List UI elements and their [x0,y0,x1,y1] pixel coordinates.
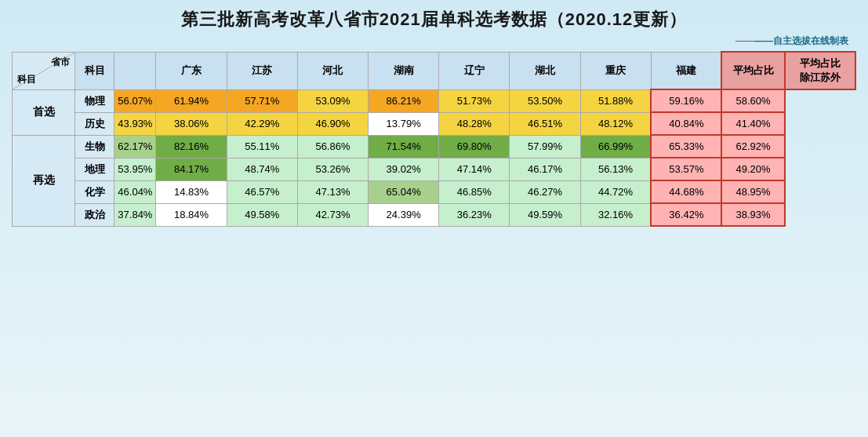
avg1-cell: 59.16% [651,89,721,112]
avg2-header: 平均占比除江苏外 [785,52,855,89]
province-guangdong: 广东 [156,52,227,89]
category-cell-0: 首选 [13,89,75,135]
avg2-cell: 49.20% [721,158,784,180]
diagonal-bottom: 科目 [17,73,36,86]
value-cell: 62.17% [114,135,156,158]
value-cell: 53.95% [114,158,156,180]
avg1-cell: 44.68% [651,180,721,203]
category-header: 科目 [75,52,114,89]
value-cell: 46.85% [439,180,510,203]
value-cell: 86.21% [369,89,439,112]
value-cell: 61.94% [156,89,227,112]
value-cell: 46.27% [510,180,580,203]
province-chongqing: 重庆 [580,52,651,89]
subject-cell: 物理 [75,89,114,112]
avg2-cell: 41.40% [721,112,784,135]
page-title: 第三批新高考改革八省市2021届单科选考数据（2020.12更新） [181,8,687,31]
province-liaoning: 辽宁 [439,52,510,89]
avg2-cell: 58.60% [721,89,784,112]
value-cell: 37.84% [114,203,156,226]
value-cell: 65.04% [369,180,439,203]
table-row: 再选生物62.17%82.16%55.11%56.86%71.54%69.80%… [13,135,856,158]
table-row: 首选物理56.07%61.94%57.71%53.09%86.21%51.73%… [13,89,856,112]
value-cell: 14.83% [156,180,227,203]
value-cell: 53.09% [297,89,368,112]
subtitle: ————自主选拔在线制表 [735,35,848,48]
value-cell: 18.84% [156,203,227,226]
value-cell: 24.39% [369,203,439,226]
value-cell: 69.80% [439,135,510,158]
avg1-cell: 53.57% [651,158,721,180]
subject-cell: 化学 [75,180,114,203]
table-row: 化学46.04%14.83%46.57%47.13%65.04%46.85%46… [13,180,856,203]
value-cell: 49.59% [510,203,580,226]
province-hubei: 湖北 [510,52,580,89]
table-row: 地理53.95%84.17%48.74%53.26%39.02%47.14%46… [13,158,856,180]
avg1-cell: 65.33% [651,135,721,158]
value-cell: 57.99% [510,135,580,158]
value-cell: 49.58% [227,203,297,226]
value-cell: 71.54% [369,135,439,158]
province-hunan: 湖南 [369,52,439,89]
value-cell: 48.74% [227,158,297,180]
value-cell: 51.88% [580,89,651,112]
avg1-cell: 36.42% [651,203,721,226]
table-row: 历史43.93%38.06%42.29%46.90%13.79%48.28%46… [13,112,856,135]
value-cell: 44.72% [580,180,651,203]
avg2-cell: 62.92% [721,135,784,158]
value-cell: 56.13% [580,158,651,180]
value-cell: 42.73% [297,203,368,226]
province-jiangsu: 江苏 [227,52,297,89]
value-cell: 46.51% [510,112,580,135]
subject-cell: 生物 [75,135,114,158]
value-cell: 46.90% [297,112,368,135]
value-cell: 32.16% [580,203,651,226]
value-cell: 36.23% [439,203,510,226]
avg1-cell: 40.84% [651,112,721,135]
subject-header [114,52,156,89]
value-cell: 53.26% [297,158,368,180]
value-cell: 66.99% [580,135,651,158]
province-hebei: 河北 [297,52,368,89]
main-container: 第三批新高考改革八省市2021届单科选考数据（2020.12更新） ————自主… [0,0,868,437]
value-cell: 39.02% [369,158,439,180]
subject-cell: 地理 [75,158,114,180]
avg2-cell: 48.95% [721,180,784,203]
value-cell: 46.04% [114,180,156,203]
value-cell: 38.06% [156,112,227,135]
value-cell: 46.17% [510,158,580,180]
subject-cell: 政治 [75,203,114,226]
table-row: 政治37.84%18.84%49.58%42.73%24.39%36.23%49… [13,203,856,226]
value-cell: 46.57% [227,180,297,203]
data-table: 省市 科目 科目 广东 江苏 河北 湖南 辽宁 湖北 重庆 福建 平均占比 平均… [12,51,856,227]
category-cell-1: 再选 [13,135,75,226]
diagonal-header: 省市 科目 [13,52,75,89]
value-cell: 42.29% [227,112,297,135]
value-cell: 13.79% [369,112,439,135]
value-cell: 48.28% [439,112,510,135]
value-cell: 82.16% [156,135,227,158]
value-cell: 57.71% [227,89,297,112]
value-cell: 43.93% [114,112,156,135]
value-cell: 51.73% [439,89,510,112]
value-cell: 48.12% [580,112,651,135]
avg2-cell: 38.93% [721,203,784,226]
value-cell: 53.50% [510,89,580,112]
avg1-header: 平均占比 [721,52,784,89]
value-cell: 47.14% [439,158,510,180]
value-cell: 56.07% [114,89,156,112]
value-cell: 84.17% [156,158,227,180]
header-row: 省市 科目 科目 广东 江苏 河北 湖南 辽宁 湖北 重庆 福建 平均占比 平均… [13,52,856,89]
province-fujian: 福建 [651,52,721,89]
value-cell: 55.11% [227,135,297,158]
value-cell: 47.13% [297,180,368,203]
value-cell: 56.86% [297,135,368,158]
diagonal-top: 省市 [51,56,70,69]
subject-cell: 历史 [75,112,114,135]
